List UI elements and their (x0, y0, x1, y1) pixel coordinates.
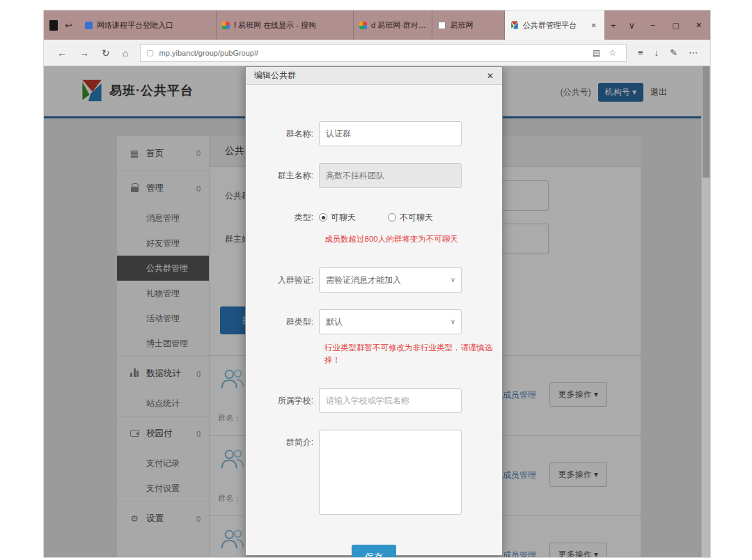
modal-title: 编辑公共群 (254, 70, 296, 81)
tabbar-left-icons: ↩ (44, 10, 79, 40)
tab-close-icon[interactable]: ✕ (589, 20, 599, 31)
group-name-input[interactable] (319, 121, 462, 146)
type-label: 类型: (246, 205, 319, 230)
back-icon[interactable]: ← (51, 47, 73, 59)
owner-name-label: 群主名称: (246, 163, 319, 188)
tab-title: d 易班网·群对接 - 易班 (371, 20, 426, 31)
group-name-row: 群名称: (246, 121, 502, 146)
home-icon[interactable]: ⌂ (116, 47, 134, 59)
tab-history-icon[interactable]: ↩ (65, 20, 72, 31)
more-menu-icon[interactable]: ⋯ (683, 47, 703, 58)
type-warning-text: 成员数超过800人的群将变为不可聊天 (324, 233, 495, 245)
tab-yiban-group[interactable]: d 易班网·群对接 - 易班 (354, 10, 432, 40)
category-label: 群类型: (246, 309, 319, 334)
site-icon: ▢ (146, 48, 153, 57)
yiban-logo-icon (510, 21, 519, 29)
radio-label: 可聊天 (331, 205, 356, 230)
tab-course-portal[interactable]: 网络课程平台登陆入口 (79, 10, 217, 40)
favicon-colorful (359, 22, 367, 29)
minimize-button[interactable]: − (641, 10, 664, 40)
new-tab-button[interactable]: + (604, 10, 622, 40)
favicon-page (438, 22, 446, 29)
radio-label: 不可聊天 (400, 205, 433, 230)
owner-name-row: 群主名称: (246, 163, 502, 188)
refresh-icon[interactable]: ↻ (95, 47, 116, 59)
intro-row: 群简介: (246, 430, 502, 518)
tab-active-public-group-platform[interactable]: 公共群管理平台 ✕ (505, 10, 604, 40)
radio-chat-allowed[interactable]: 可聊天 (319, 205, 356, 230)
address-bar[interactable]: ▢ mp.yibanct/group/pubGroup# ▤ ☆ (140, 44, 627, 62)
tab-title: 公共群管理平台 (523, 20, 577, 31)
tab-bar: ↩ 网络课程平台登陆入口 f 易班网 在线显示 - 搜狗 d 易班网·群对接 -… (44, 10, 710, 40)
group-name-label: 群名称: (246, 121, 319, 146)
verify-label: 入群验证: (246, 267, 319, 293)
url-text[interactable]: mp.yibanct/group/pubGroup# (159, 49, 588, 57)
category-select[interactable]: 默认 (319, 309, 462, 334)
modal-body: 群名称: 群主名称: 类型: (246, 85, 502, 555)
verify-row: 入群验证: 需验证消息才能加入 ∨ (246, 267, 502, 293)
school-label: 所属学校: (246, 388, 319, 413)
tab-list-dropdown-icon[interactable]: ∨ (622, 10, 642, 40)
annotate-icon[interactable]: ✎ (664, 47, 683, 58)
favorite-star-icon[interactable]: ☆ (604, 48, 620, 58)
vertical-scrollbar[interactable] (701, 66, 710, 557)
scrollbar-thumb[interactable] (703, 66, 710, 178)
modal-header: 编辑公共群 ✕ (246, 67, 502, 85)
favicon-blue (85, 22, 93, 29)
intro-textarea[interactable] (319, 430, 462, 515)
edit-public-group-modal: 编辑公共群 ✕ 群名称: 群主名称: (245, 66, 503, 556)
tab-yiban[interactable]: 易班网 (432, 10, 505, 40)
type-radio-group: 可聊天 不可聊天 (319, 205, 462, 230)
verify-select[interactable]: 需验证消息才能加入 (319, 267, 462, 293)
navigation-bar: ← → ↻ ⌂ ▢ mp.yibanct/group/pubGroup# ▤ ☆… (44, 40, 710, 66)
category-row: 群类型: 默认 ∨ (246, 309, 502, 334)
page-viewport: 易班·公共平台 (公共号) 机构号 ▾ 退出 ▦ 首页 0 (44, 66, 710, 557)
intro-label: 群简介: (246, 430, 319, 518)
radio-unselected-icon (388, 213, 396, 221)
browser-window: ↩ 网络课程平台登陆入口 f 易班网 在线显示 - 搜狗 d 易班网·群对接 -… (44, 10, 710, 557)
chevron-down-icon: ∨ (451, 267, 455, 293)
radio-chat-not-allowed[interactable]: 不可聊天 (388, 205, 433, 230)
close-button[interactable]: ✕ (687, 10, 710, 40)
tab-title: f 易班网 在线显示 - 搜狗 (234, 20, 316, 31)
favicon-colorful (222, 22, 230, 29)
owner-name-input (319, 163, 462, 188)
forward-icon[interactable]: → (73, 47, 95, 59)
tab-title: 网络课程平台登陆入口 (97, 20, 173, 31)
category-warning-text: 行业类型群暂不可修改为非行业类型，请谨慎选择！ (324, 341, 495, 367)
school-row: 所属学校: (246, 388, 502, 413)
screenshot-stage: ↩ 网络课程平台登陆入口 f 易班网 在线显示 - 搜狗 d 易班网·群对接 -… (0, 0, 752, 560)
save-button[interactable]: 保存 (352, 545, 396, 557)
tab-yiban-search[interactable]: f 易班网 在线显示 - 搜狗 (217, 10, 354, 40)
docked-page-icon[interactable] (49, 20, 58, 31)
tab-title: 易班网 (450, 20, 473, 31)
downloads-icon[interactable]: ↓ (649, 47, 665, 58)
window-controls: − ▢ ✕ (641, 10, 710, 40)
restore-button[interactable]: ▢ (664, 10, 687, 40)
chevron-down-icon: ∨ (451, 309, 455, 334)
hub-icon[interactable]: ≡ (632, 47, 649, 58)
reading-view-icon[interactable]: ▤ (588, 48, 604, 58)
school-input[interactable] (319, 388, 462, 413)
type-row: 类型: 可聊天 不可聊天 (246, 205, 502, 230)
modal-close-icon[interactable]: ✕ (487, 71, 494, 81)
radio-selected-icon (319, 213, 327, 221)
